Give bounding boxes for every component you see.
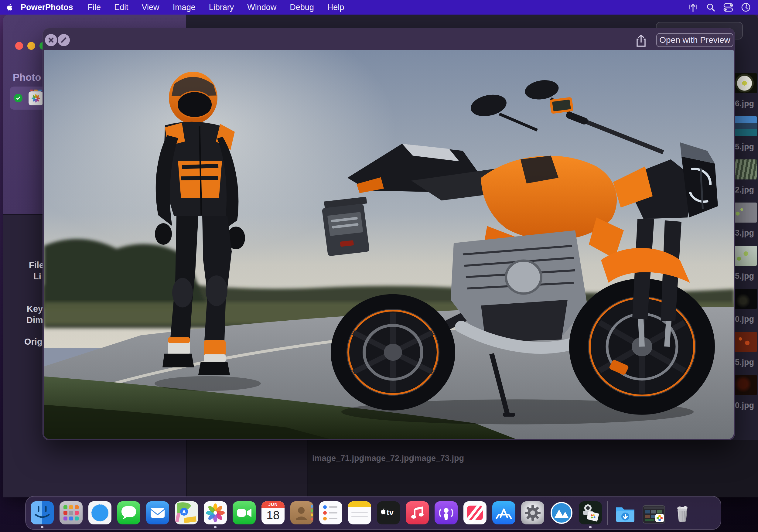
- photo-filename: image_73.jpg: [412, 454, 464, 463]
- open-with-preview-button[interactable]: Open with Preview: [656, 33, 733, 47]
- close-window-button[interactable]: [15, 42, 23, 50]
- menu-help[interactable]: Help: [321, 3, 351, 12]
- thumbnail-caption: 0.jpg: [735, 315, 756, 324]
- photo-thumbnail[interactable]: [735, 289, 757, 309]
- dock-icon-maps[interactable]: [175, 501, 198, 524]
- running-indicator: [214, 526, 217, 528]
- preview-photo: [44, 50, 734, 439]
- info-label-library: Li: [33, 272, 41, 282]
- photo-thumbnail[interactable]: [735, 332, 757, 352]
- menu-edit[interactable]: Edit: [108, 3, 135, 12]
- dock-icon-app-store[interactable]: [492, 501, 515, 524]
- menu-image[interactable]: Image: [166, 3, 202, 12]
- dock-icon-contacts[interactable]: [290, 501, 313, 524]
- menu-debug[interactable]: Debug: [283, 3, 321, 12]
- launchpad-grid: [63, 505, 79, 520]
- dock-icon-trash[interactable]: [671, 501, 694, 524]
- thumbnail-caption: 3.jpg: [735, 228, 756, 238]
- dock-icon-downloads-folder[interactable]: [614, 501, 637, 524]
- dock-icon-podcasts[interactable]: [434, 501, 458, 524]
- calendar-day: 18: [261, 509, 285, 522]
- menu-window[interactable]: Window: [241, 3, 283, 12]
- photo-thumbnail[interactable]: [735, 203, 757, 222]
- dock-icon-news[interactable]: [464, 501, 487, 524]
- photo-filename: image_72.jpg: [362, 454, 414, 463]
- dock: JUN 18 tv: [25, 496, 721, 530]
- calendar-month: JUN: [261, 501, 285, 508]
- fullscreen-icon[interactable]: [58, 34, 70, 46]
- menu-view[interactable]: View: [135, 3, 166, 12]
- menu-bar: PowerPhotos File Edit View Image Library…: [0, 0, 758, 15]
- signal-icon[interactable]: [688, 2, 699, 13]
- minimize-window-button[interactable]: [27, 42, 35, 50]
- dock-icon-notes[interactable]: [348, 501, 371, 524]
- dock-divider: [607, 501, 608, 525]
- quicklook-window: Open with Preview: [43, 28, 735, 440]
- dock-icon-calendar[interactable]: JUN 18: [261, 501, 285, 524]
- photo-grid-bottom: image_71.jpg image_72.jpg image_73.jpg: [308, 440, 758, 497]
- notes-header-band: [348, 501, 371, 507]
- dock-icon-music[interactable]: [406, 501, 429, 524]
- running-indicator: [41, 526, 44, 528]
- dock-icon-photos[interactable]: [204, 501, 227, 524]
- photo-thumbnail[interactable]: [735, 246, 757, 266]
- photo-thumbnail[interactable]: [735, 73, 757, 93]
- dock-minimized-photos-window[interactable]: [642, 505, 665, 523]
- dock-icon-system-settings[interactable]: [521, 501, 544, 524]
- menu-file[interactable]: File: [81, 3, 108, 12]
- green-check-icon: [14, 94, 22, 102]
- photo-grid-right-strip: 6.jpg 5.jpg 2.jpg 3.jpg 5.jpg 0.jpg 5.jp…: [735, 54, 758, 497]
- dock-icon-mail[interactable]: [146, 501, 169, 524]
- app-menu-powerphotos[interactable]: PowerPhotos: [18, 3, 81, 12]
- thumbnail-caption: 2.jpg: [735, 185, 756, 195]
- running-indicator: [589, 526, 592, 528]
- dock-icon-messages[interactable]: [117, 501, 140, 524]
- photo-thumbnail[interactable]: [735, 375, 757, 395]
- photos-library-icon: [28, 91, 43, 105]
- dock-icon-photo-mountain-app[interactable]: [550, 501, 573, 524]
- dock-icon-facetime[interactable]: [233, 501, 256, 524]
- photo-filename: image_71.jpg: [312, 454, 364, 463]
- dock-icon-launchpad[interactable]: [59, 501, 83, 524]
- info-pane-bottom: [186, 440, 308, 497]
- dock-icon-finder[interactable]: [31, 501, 54, 524]
- svg-text:tv: tv: [387, 508, 394, 517]
- spotlight-search-icon[interactable]: [705, 2, 716, 13]
- control-center-icon[interactable]: [723, 2, 734, 13]
- thumbnail-caption: 5.jpg: [735, 142, 756, 151]
- thumbnail-caption: 0.jpg: [735, 401, 756, 410]
- menu-library[interactable]: Library: [202, 3, 241, 12]
- dock-icon-apple-tv[interactable]: tv: [377, 501, 400, 524]
- dock-icon-safari[interactable]: [88, 501, 112, 524]
- dock-icon-powerphotos[interactable]: [579, 501, 602, 524]
- thumbnail-caption: 6.jpg: [735, 99, 756, 108]
- clock-icon[interactable]: [741, 2, 751, 13]
- photo-thumbnail[interactable]: [735, 116, 757, 136]
- close-icon[interactable]: [45, 34, 57, 46]
- share-icon[interactable]: [636, 34, 646, 48]
- thumbnail-caption: 5.jpg: [735, 358, 756, 367]
- apple-menu-icon[interactable]: [0, 3, 18, 12]
- photo-thumbnail[interactable]: [735, 159, 757, 180]
- thumbnail-caption: 5.jpg: [735, 272, 756, 281]
- dock-icon-reminders[interactable]: [319, 501, 342, 524]
